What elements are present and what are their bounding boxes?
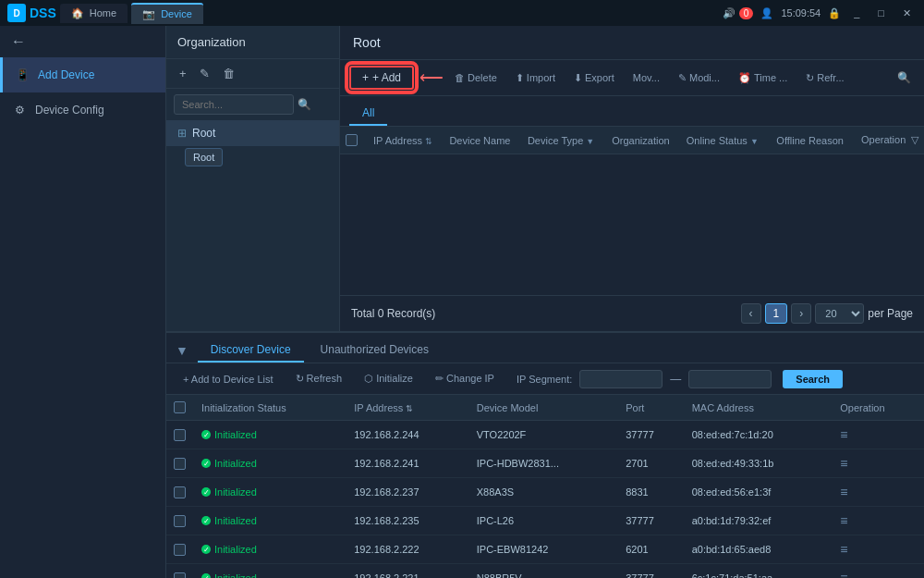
notification-badge[interactable]: 0 (739, 7, 754, 19)
row-port: 37777 (618, 564, 684, 579)
top-section: Organization + ✎ 🗑 🔍 ⊞ Root Root (166, 26, 924, 331)
ip-search-button[interactable]: Search (783, 370, 843, 388)
logo: D DSS (7, 4, 56, 22)
search-button[interactable]: 🔍 (894, 68, 915, 88)
row-checkbox-cell (166, 507, 194, 535)
device-tab-icon: 📷 (142, 8, 155, 20)
ip-end-input[interactable] (688, 370, 772, 388)
row-operation-icon-2[interactable]: ≡ (840, 485, 847, 499)
modify-button[interactable]: ✎ Modi... (671, 68, 727, 88)
table-row: ✓Initialized 192.168.2.237 X88A3S 8831 0… (166, 478, 924, 507)
minimize-button[interactable]: _ (848, 6, 865, 20)
status-dot: ✓ (201, 487, 211, 497)
collapse-button[interactable]: ▼ (176, 343, 188, 358)
row-checkbox-5[interactable] (174, 572, 186, 579)
row-checkbox-4[interactable] (174, 544, 186, 556)
page-1-button[interactable]: 1 (765, 303, 788, 324)
maximize-button[interactable]: □ (872, 6, 890, 20)
bottom-refresh-button[interactable]: ↻ Refresh (288, 369, 350, 388)
row-checkbox-cell (166, 421, 194, 449)
row-operation-icon-3[interactable]: ≡ (840, 513, 847, 528)
total-records: Total 0 Record(s) (351, 307, 435, 320)
org-add-button[interactable]: + (176, 65, 190, 82)
discover-device-tab[interactable]: Discover Device (198, 338, 304, 363)
disc-th-port: Port (618, 395, 684, 421)
discovered-table-head: Initialization Status IP Address ⇅ Devic… (166, 395, 924, 421)
th-ip-address: IP Address ⇅ (368, 127, 444, 154)
org-search-input[interactable] (174, 94, 294, 115)
per-page-label: per Page (868, 307, 913, 320)
root-panel: Root + + Add ⟵ 🗑 Delete ⬆ Import (340, 26, 924, 331)
org-panel: Organization + ✎ 🗑 🔍 ⊞ Root Root (166, 26, 340, 331)
title-bar-left: D DSS 🏠 Home 📷 Device (7, 3, 203, 24)
import-button[interactable]: ⬆ Import (508, 68, 563, 88)
disc-th-operation: Operation (833, 395, 924, 421)
arrow-indicator: ⟵ (419, 68, 444, 88)
page-controls: ‹ 1 › 20 50 100 per Page (741, 303, 913, 324)
content-area: Organization + ✎ 🗑 🔍 ⊞ Root Root (166, 26, 924, 578)
close-button[interactable]: ✕ (897, 6, 917, 21)
row-operation-icon-5[interactable]: ≡ (840, 571, 847, 578)
status-dot: ✓ (201, 430, 211, 439)
lock-icon: 🔒 (828, 7, 841, 19)
tab-device[interactable]: 📷 Device (131, 3, 203, 24)
org-edit-button[interactable]: ✎ (196, 65, 213, 82)
org-delete-button[interactable]: 🗑 (219, 65, 238, 82)
disc-th-status: Initialization Status (194, 395, 346, 421)
tab-home[interactable]: 🏠 Home (60, 4, 128, 23)
discovered-header-row: Initialization Status IP Address ⇅ Devic… (166, 395, 924, 421)
filter-icon-type[interactable]: ▼ (586, 137, 594, 146)
row-checkbox-3[interactable] (174, 515, 186, 527)
add-button[interactable]: + + Add (349, 66, 414, 90)
modify-icon: ✎ (678, 72, 687, 84)
speaker-area: 🔊 0 (723, 7, 754, 19)
move-button[interactable]: Mov... (626, 68, 667, 87)
discovered-devices-table: Initialization Status IP Address ⇅ Devic… (166, 395, 924, 578)
initialize-button[interactable]: ⬡ Initialize (357, 369, 420, 388)
discovered-table-body: ✓Initialized 192.168.2.244 VTO2202F 3777… (166, 421, 924, 579)
unauthorized-devices-tab[interactable]: Unauthorized Devices (308, 338, 442, 363)
row-operation: ≡ (833, 535, 924, 564)
row-mac: 08:ed:ed:7c:1d:20 (685, 421, 833, 449)
row-operation-icon-1[interactable]: ≡ (840, 456, 847, 471)
table-row: ✓Initialized 192.168.2.235 IPC-L26 37777… (166, 507, 924, 535)
clock-icon: ⏰ (738, 72, 751, 84)
refresh-button[interactable]: ↻ Refr... (798, 68, 851, 88)
bottom-toolbar: + Add to Device List ↻ Refresh ⬡ Initial… (166, 363, 924, 395)
select-all-checkbox[interactable] (346, 134, 358, 146)
th-device-type: Device Type ▼ (522, 127, 606, 154)
back-button[interactable]: ← (0, 26, 165, 57)
tab-all[interactable]: All (349, 102, 387, 126)
disc-select-all-checkbox[interactable] (174, 401, 186, 413)
row-checkbox-2[interactable] (174, 486, 186, 498)
org-tree-root[interactable]: ⊞ Root Root (166, 120, 339, 146)
table-filter-icon[interactable]: ▽ (911, 134, 918, 146)
row-checkbox-1[interactable] (174, 458, 186, 470)
row-model: IPC-EBW81242 (469, 535, 618, 564)
row-checkbox-0[interactable] (174, 429, 186, 441)
next-page-button[interactable]: › (791, 303, 811, 324)
pagination: Total 0 Record(s) ‹ 1 › 20 50 100 per Pa… (340, 295, 924, 331)
row-port: 2701 (618, 449, 684, 478)
per-page-select[interactable]: 20 50 100 (815, 303, 864, 324)
change-ip-button[interactable]: ✏ Change IP (428, 369, 502, 388)
row-operation-icon-0[interactable]: ≡ (840, 427, 847, 442)
time-button[interactable]: ⏰ Time ... (731, 68, 795, 88)
export-button[interactable]: ⬇ Export (566, 68, 622, 88)
row-port: 37777 (618, 421, 684, 449)
prev-page-button[interactable]: ‹ (741, 303, 761, 324)
ip-dash: — (670, 373, 681, 386)
row-checkbox-cell (166, 478, 194, 507)
row-model: IPC-HDBW2831... (469, 449, 618, 478)
row-checkbox-cell (166, 535, 194, 564)
filter-icon-status[interactable]: ▼ (750, 137, 759, 146)
sidebar-item-device-config[interactable]: ⚙ Device Config (0, 92, 165, 128)
status-dot: ✓ (201, 573, 211, 578)
add-to-device-list-button[interactable]: + Add to Device List (176, 370, 281, 388)
row-operation-icon-4[interactable]: ≡ (840, 542, 847, 557)
delete-button[interactable]: 🗑 Delete (447, 68, 505, 87)
org-search-icon[interactable]: 🔍 (298, 98, 311, 111)
ip-start-input[interactable] (579, 370, 663, 388)
sidebar-item-add-device[interactable]: 📱 Add Device (0, 57, 165, 92)
sidebar: ← 📱 Add Device ⚙ Device Config (0, 26, 166, 578)
